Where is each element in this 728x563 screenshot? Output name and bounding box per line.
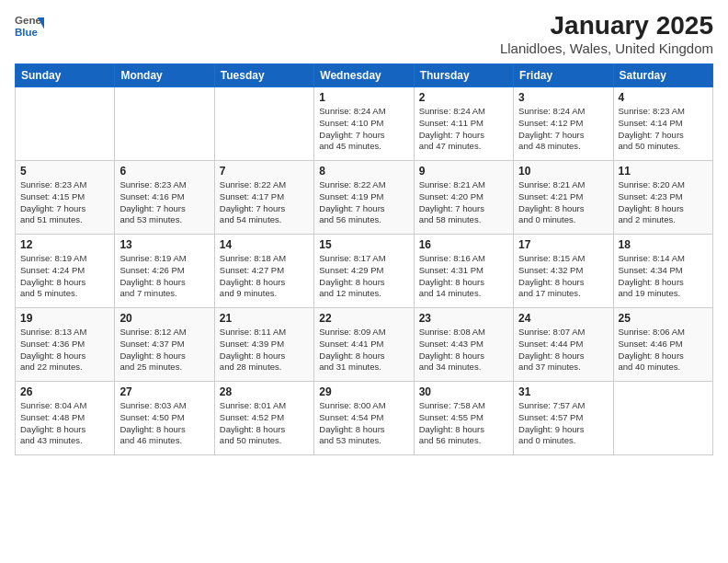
day-number: 20	[119, 312, 209, 325]
day-number: 13	[119, 238, 209, 251]
page: General Blue January 2025 Llanidloes, Wa…	[0, 0, 728, 563]
day-detail: Sunrise: 8:24 AMSunset: 4:12 PMDaylight:…	[518, 106, 608, 153]
day-detail: Sunrise: 8:18 AMSunset: 4:27 PMDaylight:…	[220, 253, 309, 300]
header-friday: Friday	[514, 64, 613, 87]
table-row: 16Sunrise: 8:16 AMSunset: 4:31 PMDayligh…	[414, 235, 513, 308]
table-row: 13Sunrise: 8:19 AMSunset: 4:26 PMDayligh…	[115, 235, 214, 308]
day-detail: Sunrise: 7:57 AMSunset: 4:57 PMDaylight:…	[518, 400, 608, 447]
day-number: 2	[419, 91, 508, 104]
day-detail: Sunrise: 8:19 AMSunset: 4:24 PMDaylight:…	[20, 253, 109, 300]
day-detail: Sunrise: 8:24 AMSunset: 4:11 PMDaylight:…	[419, 106, 508, 153]
table-row: 6Sunrise: 8:23 AMSunset: 4:16 PMDaylight…	[115, 161, 214, 235]
title-block: January 2025 Llanidloes, Wales, United K…	[500, 11, 713, 56]
day-number: 31	[518, 385, 608, 398]
day-detail: Sunrise: 8:21 AMSunset: 4:20 PMDaylight:…	[419, 179, 508, 226]
calendar-subtitle: Llanidloes, Wales, United Kingdom	[500, 40, 713, 56]
day-detail: Sunrise: 8:20 AMSunset: 4:23 PMDaylight:…	[619, 179, 708, 226]
day-number: 9	[419, 165, 508, 178]
table-row: 30Sunrise: 7:58 AMSunset: 4:55 PMDayligh…	[414, 382, 513, 455]
day-number: 26	[20, 385, 109, 398]
weekday-header-row: Sunday Monday Tuesday Wednesday Thursday…	[16, 64, 713, 87]
calendar-title: January 2025	[500, 11, 713, 40]
day-detail: Sunrise: 8:11 AMSunset: 4:39 PMDaylight:…	[220, 327, 309, 373]
day-detail: Sunrise: 8:19 AMSunset: 4:26 PMDaylight:…	[119, 253, 209, 300]
table-row: 7Sunrise: 8:22 AMSunset: 4:17 PMDaylight…	[214, 161, 313, 235]
day-number: 22	[319, 312, 408, 325]
header-thursday: Thursday	[414, 64, 513, 87]
day-number: 21	[220, 312, 309, 325]
header-wednesday: Wednesday	[314, 64, 414, 87]
table-row: 2Sunrise: 8:24 AMSunset: 4:11 PMDaylight…	[414, 87, 513, 161]
table-row: 8Sunrise: 8:22 AMSunset: 4:19 PMDaylight…	[314, 161, 414, 235]
day-number: 23	[419, 312, 508, 325]
calendar-row: 1Sunrise: 8:24 AMSunset: 4:10 PMDaylight…	[16, 87, 713, 161]
day-detail: Sunrise: 8:04 AMSunset: 4:48 PMDaylight:…	[20, 400, 109, 447]
table-row: 24Sunrise: 8:07 AMSunset: 4:44 PMDayligh…	[514, 308, 613, 382]
day-detail: Sunrise: 8:15 AMSunset: 4:32 PMDaylight:…	[518, 253, 608, 300]
svg-text:Blue: Blue	[15, 27, 39, 38]
table-row: 14Sunrise: 8:18 AMSunset: 4:27 PMDayligh…	[214, 235, 313, 308]
table-row	[16, 87, 115, 161]
table-row: 12Sunrise: 8:19 AMSunset: 4:24 PMDayligh…	[16, 235, 115, 308]
day-number: 6	[119, 165, 209, 178]
day-detail: Sunrise: 8:24 AMSunset: 4:10 PMDaylight:…	[319, 106, 408, 153]
table-row: 18Sunrise: 8:14 AMSunset: 4:34 PMDayligh…	[613, 235, 712, 308]
day-number: 1	[319, 91, 408, 104]
day-detail: Sunrise: 8:17 AMSunset: 4:29 PMDaylight:…	[319, 253, 408, 300]
table-row: 11Sunrise: 8:20 AMSunset: 4:23 PMDayligh…	[613, 161, 712, 235]
table-row: 28Sunrise: 8:01 AMSunset: 4:52 PMDayligh…	[214, 382, 313, 455]
table-row: 3Sunrise: 8:24 AMSunset: 4:12 PMDaylight…	[514, 87, 613, 161]
day-number: 16	[419, 238, 508, 251]
table-row: 31Sunrise: 7:57 AMSunset: 4:57 PMDayligh…	[514, 382, 613, 455]
calendar-row: 19Sunrise: 8:13 AMSunset: 4:36 PMDayligh…	[16, 308, 713, 382]
calendar-row: 12Sunrise: 8:19 AMSunset: 4:24 PMDayligh…	[16, 235, 713, 308]
day-detail: Sunrise: 8:16 AMSunset: 4:31 PMDaylight:…	[419, 253, 508, 300]
day-detail: Sunrise: 8:08 AMSunset: 4:43 PMDaylight:…	[419, 327, 508, 373]
day-number: 28	[220, 385, 309, 398]
day-detail: Sunrise: 8:23 AMSunset: 4:14 PMDaylight:…	[619, 106, 708, 153]
table-row: 15Sunrise: 8:17 AMSunset: 4:29 PMDayligh…	[314, 235, 414, 308]
day-number: 3	[518, 91, 608, 104]
day-detail: Sunrise: 8:22 AMSunset: 4:19 PMDaylight:…	[319, 179, 408, 226]
header-tuesday: Tuesday	[214, 64, 313, 87]
calendar-row: 5Sunrise: 8:23 AMSunset: 4:15 PMDaylight…	[16, 161, 713, 235]
day-number: 29	[319, 385, 408, 398]
table-row	[613, 382, 712, 455]
day-detail: Sunrise: 7:58 AMSunset: 4:55 PMDaylight:…	[419, 400, 508, 447]
logo: General Blue	[15, 11, 44, 40]
day-detail: Sunrise: 8:03 AMSunset: 4:50 PMDaylight:…	[119, 400, 209, 447]
table-row: 27Sunrise: 8:03 AMSunset: 4:50 PMDayligh…	[115, 382, 214, 455]
day-number: 8	[319, 165, 408, 178]
day-number: 17	[518, 238, 608, 251]
day-number: 4	[619, 91, 708, 104]
day-number: 19	[20, 312, 109, 325]
day-detail: Sunrise: 8:23 AMSunset: 4:16 PMDaylight:…	[119, 179, 209, 226]
day-detail: Sunrise: 8:14 AMSunset: 4:34 PMDaylight:…	[619, 253, 708, 300]
table-row: 17Sunrise: 8:15 AMSunset: 4:32 PMDayligh…	[514, 235, 613, 308]
table-row: 25Sunrise: 8:06 AMSunset: 4:46 PMDayligh…	[613, 308, 712, 382]
table-row: 4Sunrise: 8:23 AMSunset: 4:14 PMDaylight…	[613, 87, 712, 161]
day-detail: Sunrise: 8:21 AMSunset: 4:21 PMDaylight:…	[518, 179, 608, 226]
table-row: 26Sunrise: 8:04 AMSunset: 4:48 PMDayligh…	[16, 382, 115, 455]
day-number: 14	[220, 238, 309, 251]
day-detail: Sunrise: 8:22 AMSunset: 4:17 PMDaylight:…	[220, 179, 309, 226]
header-saturday: Saturday	[613, 64, 712, 87]
day-detail: Sunrise: 8:09 AMSunset: 4:41 PMDaylight:…	[319, 327, 408, 373]
day-detail: Sunrise: 8:12 AMSunset: 4:37 PMDaylight:…	[119, 327, 209, 373]
table-row	[115, 87, 214, 161]
header: General Blue January 2025 Llanidloes, Wa…	[15, 11, 713, 56]
day-detail: Sunrise: 8:07 AMSunset: 4:44 PMDaylight:…	[518, 327, 608, 373]
day-detail: Sunrise: 8:13 AMSunset: 4:36 PMDaylight:…	[20, 327, 109, 373]
day-number: 24	[518, 312, 608, 325]
logo-icon: General Blue	[15, 11, 44, 40]
table-row: 9Sunrise: 8:21 AMSunset: 4:20 PMDaylight…	[414, 161, 513, 235]
table-row: 29Sunrise: 8:00 AMSunset: 4:54 PMDayligh…	[314, 382, 414, 455]
table-row: 21Sunrise: 8:11 AMSunset: 4:39 PMDayligh…	[214, 308, 313, 382]
table-row	[214, 87, 313, 161]
day-detail: Sunrise: 8:00 AMSunset: 4:54 PMDaylight:…	[319, 400, 408, 447]
day-number: 27	[119, 385, 209, 398]
table-row: 23Sunrise: 8:08 AMSunset: 4:43 PMDayligh…	[414, 308, 513, 382]
day-detail: Sunrise: 8:01 AMSunset: 4:52 PMDaylight:…	[220, 400, 309, 447]
day-number: 11	[619, 165, 708, 178]
day-detail: Sunrise: 8:23 AMSunset: 4:15 PMDaylight:…	[20, 179, 109, 226]
